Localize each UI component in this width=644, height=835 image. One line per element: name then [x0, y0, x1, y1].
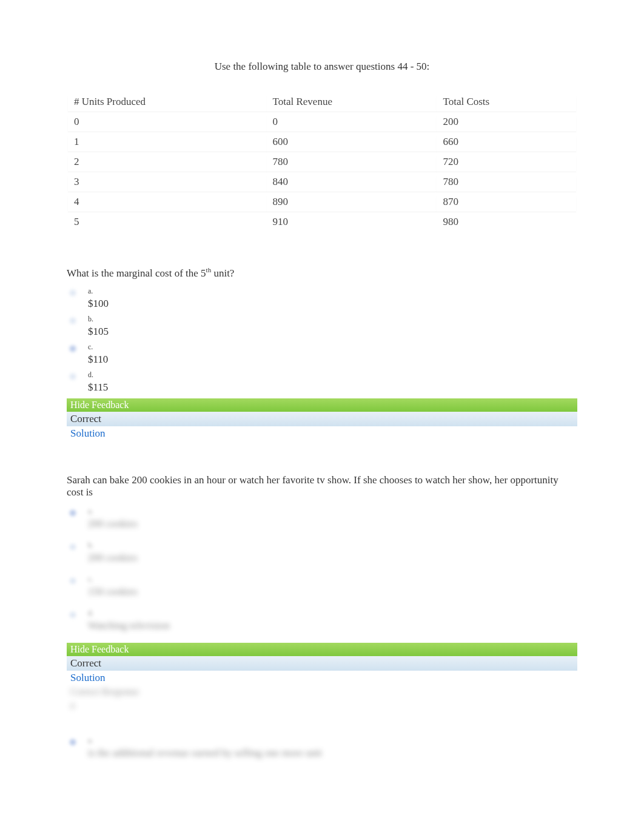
option-row[interactable]: a. 200 cookies — [67, 507, 577, 530]
table-cell: 600 — [267, 132, 437, 152]
option-row[interactable]: c. 150 cookies — [67, 575, 577, 598]
table-row: 1600660 — [68, 132, 576, 152]
table-header: Total Costs — [437, 92, 576, 112]
option-text: $100 — [88, 298, 109, 310]
table-cell: 780 — [437, 172, 576, 192]
correct-response-label: Correct Response — [67, 685, 577, 699]
option-letter: a. — [88, 736, 322, 745]
table-cell: 870 — [437, 192, 576, 212]
correct-label: Correct — [67, 412, 577, 426]
radio-icon[interactable] — [69, 289, 77, 297]
question-1-prefix: What is the marginal cost of the 5 — [67, 267, 206, 279]
table-cell: 2 — [68, 152, 267, 172]
option-row[interactable]: a. $100 — [67, 287, 577, 310]
table-instruction: Use the following table to answer questi… — [67, 61, 577, 73]
option-letter: a. — [88, 507, 138, 516]
question-1-suffix: unit? — [211, 267, 234, 279]
option-letter: d. — [88, 371, 108, 380]
radio-icon[interactable] — [69, 509, 77, 517]
option-text: 200 cookies — [88, 552, 138, 564]
solution-link[interactable]: Solution — [67, 426, 577, 441]
table-row: 4890870 — [68, 192, 576, 212]
table-cell: 3 — [68, 172, 267, 192]
hide-feedback-button[interactable]: Hide Feedback — [67, 398, 577, 412]
option-row[interactable]: b. $105 — [67, 315, 577, 338]
radio-icon[interactable] — [69, 738, 77, 746]
table-cell: 910 — [267, 212, 437, 232]
option-row[interactable]: c. $110 — [67, 343, 577, 366]
table-row: 5910980 — [68, 212, 576, 232]
table-header-row: # Units Produced Total Revenue Total Cos… — [68, 92, 576, 112]
table-row: 2780720 — [68, 152, 576, 172]
radio-icon[interactable] — [69, 344, 77, 353]
option-letter: d. — [88, 609, 170, 618]
option-text: is the additional revenue earned by sell… — [88, 747, 322, 759]
option-letter: b. — [88, 541, 138, 550]
table-cell: 660 — [437, 132, 576, 152]
option-row[interactable]: b. 200 cookies — [67, 541, 577, 564]
table-row: 00200 — [68, 112, 576, 132]
hide-feedback-button[interactable]: Hide Feedback — [67, 643, 577, 656]
table-cell: 720 — [437, 152, 576, 172]
radio-icon[interactable] — [69, 372, 77, 381]
option-letter: c. — [88, 575, 138, 584]
correct-label: Correct — [67, 656, 577, 671]
question-1-sup: th — [206, 266, 212, 273]
table-cell: 780 — [267, 152, 437, 172]
option-letter: a. — [88, 287, 109, 296]
option-row[interactable]: a. is the additional revenue earned by s… — [67, 736, 577, 759]
option-text: Watching television — [88, 620, 170, 632]
table-cell: 0 — [267, 112, 437, 132]
radio-icon[interactable] — [69, 317, 77, 325]
option-text: $110 — [88, 354, 108, 366]
table-cell: 890 — [267, 192, 437, 212]
radio-icon[interactable] — [69, 543, 77, 551]
option-text: $105 — [88, 326, 109, 338]
table-header: # Units Produced — [68, 92, 267, 112]
table-cell: 980 — [437, 212, 576, 232]
option-text: 150 cookies — [88, 586, 138, 598]
option-letter: c. — [88, 343, 108, 352]
table-cell: 840 — [267, 172, 437, 192]
table-cell: 0 — [68, 112, 267, 132]
correct-response-letter: a — [67, 699, 577, 712]
table-cell: 1 — [68, 132, 267, 152]
option-text: 200 cookies — [88, 518, 138, 530]
table-header: Total Revenue — [267, 92, 437, 112]
question-1-options: a. $100 b. $105 c. $110 d. $115 — [67, 287, 577, 394]
data-table: # Units Produced Total Revenue Total Cos… — [68, 92, 576, 232]
option-text: $115 — [88, 381, 108, 394]
table-cell: 200 — [437, 112, 576, 132]
radio-icon[interactable] — [69, 577, 77, 585]
table-row: 3840780 — [68, 172, 576, 192]
table-cell: 5 — [68, 212, 267, 232]
table-cell: 4 — [68, 192, 267, 212]
solution-link[interactable]: Solution — [67, 671, 577, 685]
option-letter: b. — [88, 315, 109, 324]
data-table-wrap: # Units Produced Total Revenue Total Cos… — [67, 91, 577, 251]
radio-icon[interactable] — [69, 611, 77, 619]
option-row[interactable]: d. Watching television — [67, 609, 577, 632]
question-1-text: What is the marginal cost of the 5th uni… — [67, 266, 577, 280]
option-row[interactable]: d. $115 — [67, 371, 577, 394]
question-2-options: a. 200 cookies b. 200 cookies c. 150 coo… — [67, 507, 577, 632]
question-2-text: Sarah can bake 200 cookies in an hour or… — [67, 474, 577, 498]
